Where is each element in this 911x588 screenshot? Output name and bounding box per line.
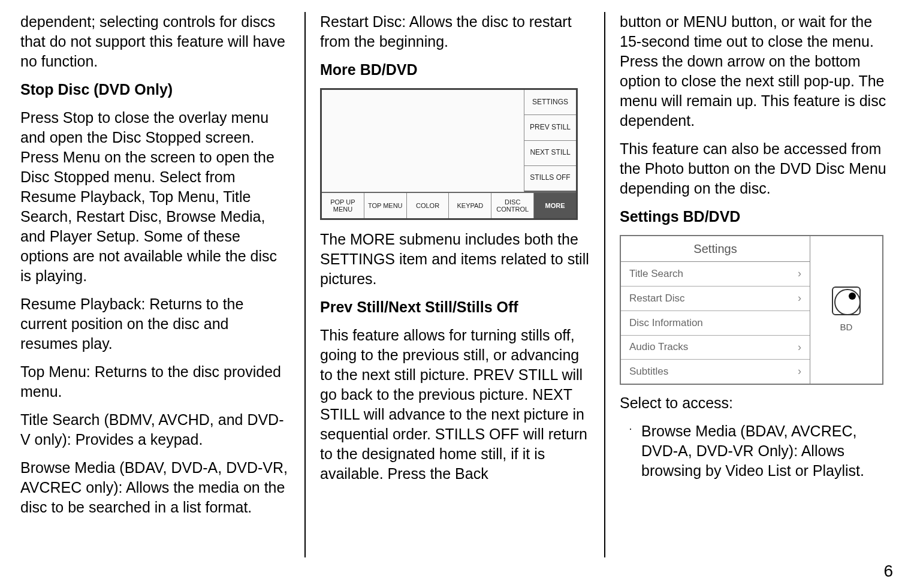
bcell-color: COLOR [407,193,450,218]
c1-p1: dependent; selecting controls for discs … [20,12,290,71]
more-submenu-top: SETTINGS PREV STILL NEXT STILL STILLS OF… [322,90,576,192]
c2-h2: Prev Still/Next Still/Stills Off [320,297,590,317]
c1-p6: Browse Media (BDAV, DVD-A, DVD-VR, AVCRE… [20,458,290,517]
column-3: button or MENU button, or wait for the 1… [605,12,905,557]
bcell-keypad: KEYPAD [449,193,491,218]
bd-label: BD [840,321,853,333]
bcell-top-menu: TOP MENU [364,193,407,218]
settings-row-disc-info: Disc Information › [621,311,810,336]
bullet-text: Browse Media (BDAV, AVCREC, DVD-A, DVD-V… [641,421,891,481]
c3-p1: button or MENU button, or wait for the 1… [620,12,891,131]
page-layout: dependent; selecting controls for discs … [0,0,911,563]
c3-p2: This feature can also be accessed from t… [620,139,891,198]
column-1: dependent; selecting controls for discs … [6,12,306,557]
c2-p2: The MORE submenu includes both the SETTI… [320,230,590,289]
row-label: Subtitles [629,365,668,378]
side-stills-off: STILLS OFF [524,166,576,192]
side-settings: SETTINGS [524,90,576,115]
settings-row-title-search: Title Search › [621,262,810,287]
c2-p3: This feature allows for turning stills o… [320,325,590,484]
c2-p1: Restart Disc: Allows the disc to restart… [320,12,590,52]
c1-p2: Press Stop to close the overlay menu and… [20,108,290,286]
settings-title: Settings [621,236,810,262]
settings-diagram: Settings Title Search › Restart Disc › D… [620,235,883,385]
settings-row-subtitles: Subtitles › [621,360,810,384]
bcell-popup-menu: POP UP MENU [322,193,364,218]
bullet-list: · Browse Media (BDAV, AVCREC, DVD-A, DVD… [620,421,891,481]
row-label: Restart Disc [629,292,685,305]
c1-p4: Top Menu: Returns to the disc provided m… [20,362,290,402]
more-submenu-blank [322,90,524,192]
row-label: Title Search [629,267,683,281]
side-prev-still: PREV STILL [524,115,576,140]
disc-icon [832,287,861,315]
bullet-item: · Browse Media (BDAV, AVCREC, DVD-A, DVD… [620,421,891,481]
c3-h1: Settings BD/DVD [620,207,891,227]
chevron-right-icon: › [798,267,801,281]
more-submenu-side: SETTINGS PREV STILL NEXT STILL STILLS OF… [524,90,576,192]
more-submenu-bottom: POP UP MENU TOP MENU COLOR KEYPAD DISC C… [322,192,576,218]
row-label: Audio Tracks [629,340,688,354]
column-2: Restart Disc: Allows the disc to restart… [306,12,605,557]
chevron-right-icon: › [798,291,801,306]
bullet-dot-icon: · [620,421,641,481]
chevron-right-icon: › [798,340,801,355]
chevron-right-icon: › [798,364,801,379]
c1-p5: Title Search (BDMV, AVCHD, and DVD-V onl… [20,410,290,450]
c2-h1: More BD/DVD [320,60,590,80]
c3-p3: Select to access: [620,393,891,413]
bcell-disc-control: DISC CONTROL [491,193,534,218]
page-number: 6 [883,562,893,581]
row-label: Disc Information [629,316,703,330]
more-submenu-diagram: SETTINGS PREV STILL NEXT STILL STILLS OF… [320,88,578,220]
settings-right-pane: BD [810,236,882,384]
c1-h1: Stop Disc (DVD Only) [20,80,290,99]
side-next-still: NEXT STILL [524,141,576,166]
settings-row-audio-tracks: Audio Tracks › [621,336,810,360]
c1-p3: Resume Playback: Returns to the current … [20,294,290,354]
settings-row-restart-disc: Restart Disc › [621,287,810,311]
bcell-more: MORE [534,193,576,218]
settings-list: Settings Title Search › Restart Disc › D… [621,236,810,384]
